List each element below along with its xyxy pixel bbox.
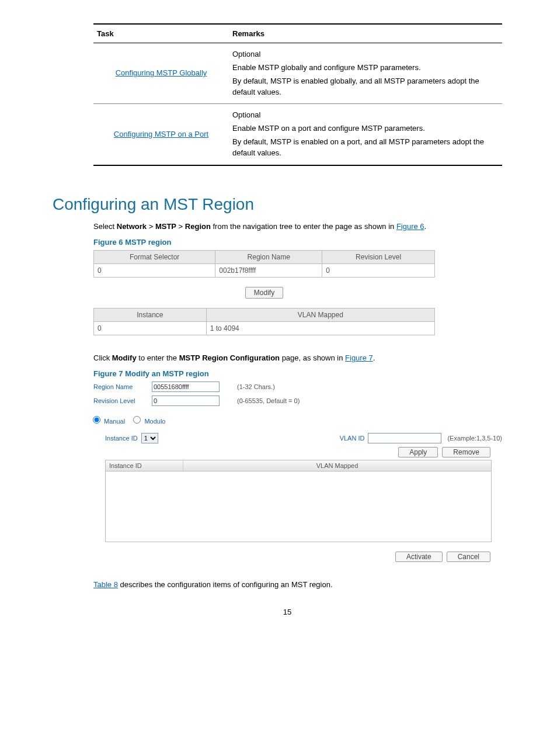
modulo-radio-label[interactable]: Modulo [130, 418, 165, 425]
modulo-radio[interactable] [133, 416, 141, 424]
region-name-input[interactable] [152, 382, 220, 392]
table-row: Configuring MSTP on a Port Optional Enab… [93, 104, 502, 165]
revision-level-input[interactable] [152, 396, 220, 406]
instance-id-label: Instance ID [105, 435, 138, 442]
vlan-id-input[interactable] [368, 433, 441, 443]
remove-button[interactable]: Remove [442, 447, 490, 457]
modify-button[interactable]: Modify [245, 287, 283, 299]
figure-7-link[interactable]: Figure 7 [345, 353, 373, 362]
map-col-instance-id: Instance ID [106, 460, 183, 471]
instance-vlan-table: Instance VLAN Mapped 0 1 to 4094 [93, 308, 435, 335]
remark-text: Optional [232, 110, 499, 121]
cell-region-name: 002b17f8ffff [215, 263, 322, 277]
page-number: 15 [53, 608, 522, 616]
col-instance: Instance [94, 308, 207, 321]
map-col-vlan-mapped: VLAN Mapped [183, 460, 491, 471]
revision-level-hint: (0-65535, Default = 0) [237, 397, 300, 404]
revision-level-label: Revision Level [93, 397, 152, 404]
manual-radio[interactable] [93, 416, 100, 424]
col-region-name: Region Name [215, 250, 322, 263]
tasks-header-task: Task [93, 24, 229, 43]
vlan-map-table: Instance ID VLAN Mapped [105, 460, 492, 542]
remark-text: By default, MSTP is enabled globally, an… [232, 76, 499, 98]
col-vlan-mapped: VLAN Mapped [206, 308, 434, 321]
configure-mstp-globally-link[interactable]: Configuring MSTP Globally [116, 68, 207, 77]
figure-6: Format Selector Region Name Revision Lev… [93, 250, 435, 335]
remark-text: Enable MSTP globally and configure MSTP … [232, 63, 499, 74]
cancel-button[interactable]: Cancel [447, 552, 490, 562]
region-name-hint: (1-32 Chars.) [237, 383, 275, 390]
cell-revision-level: 0 [322, 263, 435, 277]
figure-6-caption: Figure 6 MSTP region [93, 238, 522, 247]
manual-radio-label[interactable]: Manual [90, 418, 125, 425]
instance-id-select[interactable]: 1 [141, 433, 158, 443]
section-heading: Configuring an MST Region [53, 195, 522, 214]
tail-paragraph: Table 8 describes the configuration item… [93, 580, 522, 590]
cell-instance: 0 [94, 321, 207, 335]
vlan-id-label: VLAN ID [340, 435, 365, 442]
mid-paragraph: Click Modify to enter the MSTP Region Co… [93, 353, 522, 363]
cell-vlan-mapped: 1 to 4094 [206, 321, 434, 335]
cell-format-selector: 0 [94, 263, 215, 277]
figure-7: Region Name (1-32 Chars.) Revision Level… [93, 382, 502, 562]
table-8-link[interactable]: Table 8 [93, 580, 118, 589]
table-row: Configuring MSTP Globally Optional Enabl… [93, 43, 502, 104]
region-name-label: Region Name [93, 383, 152, 390]
remark-text: Optional [232, 49, 499, 60]
figure-7-caption: Figure 7 Modify an MSTP region [93, 369, 522, 378]
figure-6-link[interactable]: Figure 6 [396, 222, 424, 231]
apply-button[interactable]: Apply [398, 447, 438, 457]
activate-button[interactable]: Activate [395, 552, 443, 562]
tasks-header-remarks: Remarks [229, 24, 502, 43]
remark-text: Enable MSTP on a port and configure MSTP… [232, 123, 499, 134]
col-revision-level: Revision Level [322, 250, 435, 263]
intro-paragraph: Select Network > MSTP > Region from the … [93, 221, 522, 232]
tasks-table: Task Remarks Configuring MSTP Globally O… [93, 23, 502, 166]
col-format-selector: Format Selector [94, 250, 215, 263]
configure-mstp-port-link[interactable]: Configuring MSTP on a Port [114, 130, 208, 138]
vlan-id-hint: (Example:1,3,5-10) [447, 435, 502, 442]
remark-text: By default, MSTP is enabled on a port, a… [232, 137, 499, 159]
region-summary-table: Format Selector Region Name Revision Lev… [93, 250, 435, 278]
